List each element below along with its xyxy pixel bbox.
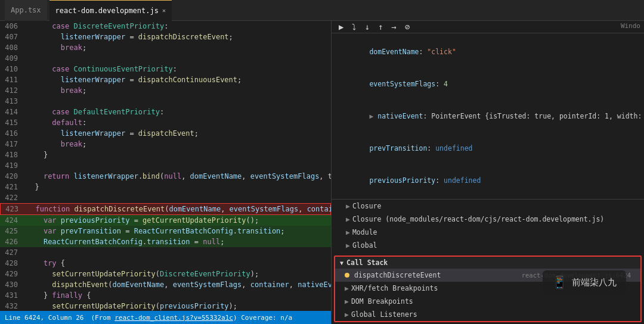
code-line-429: 429 setCurrentUpdatePriority(DiscreteEve… [0, 269, 331, 279]
var-item-nativeEvent: ▶ nativeEvent: PointerEvent {isTrusted: … [336, 100, 639, 132]
line-col-info: Line 6424, Column 26 [5, 314, 83, 322]
line-code [24, 96, 331, 107]
line-num: 412 [0, 85, 24, 96]
line-code: } [24, 182, 331, 192]
step-into-btn[interactable]: ↓ [362, 21, 371, 33]
from-link[interactable]: react-dom_client.js?v=55332a1c [114, 314, 233, 322]
line-code: } finally { [24, 290, 331, 301]
code-line-410: 410 case ContinuousEventPriority: [0, 64, 331, 74]
line-code [24, 192, 331, 203]
active-dot-icon [345, 273, 349, 278]
code-line-428: 428 try { [0, 258, 331, 269]
code-line-409: 409 [0, 53, 331, 64]
line-num: 414 [0, 107, 24, 117]
line-code: listenerWrapper = dispatchDiscreteEvent; [24, 32, 331, 42]
deactivate-btn[interactable]: ⊘ [402, 21, 412, 33]
line-code: case ContinuousEventPriority: [24, 64, 331, 74]
code-line-412: 412 break; [0, 85, 331, 96]
code-line-408: 408 break; [0, 42, 331, 53]
line-num: 418 [0, 149, 24, 160]
code-line-418: 418 } [0, 149, 331, 160]
code-line-424: 424 var previousPriority = getCurrentUpd… [0, 215, 331, 226]
line-num: 410 [0, 64, 24, 74]
coverage-info: Coverage: n/a [241, 314, 292, 322]
line-num: 422 [0, 192, 24, 203]
closure-item-1[interactable]: ▶ Closure [336, 200, 639, 213]
debug-panel: ▶ ⤵ ↓ ↑ → ⊘ Windo domEventName: "click" … [332, 21, 644, 324]
line-num: 426 [0, 236, 24, 247]
dom-breakpoints-item[interactable]: ▶ DOM Breakpoints [335, 295, 640, 308]
line-num: 411 [0, 74, 24, 85]
step-out-btn[interactable]: ↑ [376, 21, 385, 33]
line-code: setCurrentUpdatePriority(previousPriorit… [24, 301, 331, 311]
var-item-prevTransition: prevTransition: undefined [336, 132, 639, 164]
code-line-421: 421 } [0, 182, 331, 192]
line-num: 408 [0, 42, 24, 53]
tab-app-tsx[interactable]: App.tsx [5, 0, 47, 21]
watermark-text: 前端柒八九 [572, 277, 617, 288]
code-panel: 406 case DiscreteEventPriority: 407 list… [0, 21, 332, 324]
line-num: 406 [0, 21, 24, 32]
code-line-426: 426 ReactCurrentBatchConfig.transition =… [0, 236, 331, 247]
line-num: 423 [1, 204, 24, 214]
line-code: case DefaultEventPriority: [24, 107, 331, 117]
line-code: } [24, 149, 331, 160]
line-code [24, 53, 331, 64]
line-code: setCurrentUpdatePriority(DiscreteEventPr… [24, 269, 331, 279]
from-info: (From react-dom_client.js?v=55332a1c) Co… [91, 314, 292, 322]
main-layout: 406 case DiscreteEventPriority: 407 list… [0, 21, 644, 324]
tab-label: App.tsx [11, 6, 41, 14]
variables-section: domEventName: "click" eventSystemFlags: … [332, 33, 644, 200]
step-over-btn[interactable]: ⤵ [349, 21, 358, 33]
line-num: 407 [0, 32, 24, 42]
code-line-411: 411 listenerWrapper = dispatchContinuous… [0, 74, 331, 85]
window-label: Windo [617, 21, 644, 31]
code-line-419: 419 [0, 160, 331, 171]
code-line-425: 425 var prevTransition = ReactCurrentBat… [0, 226, 331, 236]
global-listeners-item[interactable]: ▶ Global Listeners [335, 308, 640, 321]
line-code: var previousPriority = getCurrentUpdateP… [24, 215, 331, 226]
debug-toolbar: ▶ ⤵ ↓ ↑ → ⊘ Windo [332, 21, 644, 33]
callstack-arrow-icon: ▼ [340, 260, 343, 266]
wechat-icon: 📱 [552, 275, 567, 289]
module-item[interactable]: ▶ Module [336, 226, 639, 239]
line-code: listenerWrapper = dispatchEvent; [24, 128, 331, 139]
var-item-domEventName: domEventName: "click" [336, 36, 639, 68]
line-code: break; [24, 42, 331, 53]
line-num: 430 [0, 279, 24, 290]
var-item-eventSystemFlags: eventSystemFlags: 4 [336, 68, 639, 100]
continue-btn[interactable]: ▶ [336, 21, 346, 33]
line-code: ReactCurrentBatchConfig.transition = nul… [24, 236, 331, 247]
line-code: listenerWrapper = dispatchContinuousEven… [24, 74, 331, 85]
line-num: 413 [0, 96, 24, 107]
line-num: 420 [0, 171, 24, 182]
code-content: 406 case DiscreteEventPriority: 407 list… [0, 21, 331, 324]
line-num: 409 [0, 53, 24, 64]
close-tab-icon[interactable]: ✕ [162, 7, 166, 14]
step-btn[interactable]: → [389, 21, 398, 33]
line-code: dispatchEvent(domEventName, eventSystemF… [24, 279, 332, 290]
code-line-407: 407 listenerWrapper = dispatchDiscreteEv… [0, 32, 331, 42]
global-item[interactable]: ▶ Global [336, 239, 639, 252]
code-line-414: 414 case DefaultEventPriority: [0, 107, 331, 117]
code-line-432: 432 setCurrentUpdatePriority(previousPri… [0, 301, 331, 311]
var-item-previousPriority: previousPriority: undefined [336, 164, 639, 197]
line-code: var prevTransition = ReactCurrentBatchCo… [24, 226, 331, 236]
line-num: 431 [0, 290, 24, 301]
closure-item-2[interactable]: ▶ Closure (node_modules/react-dom/cjs/re… [336, 213, 639, 226]
code-line-413: 413 [0, 96, 331, 107]
call-stack-header[interactable]: ▼ Call Stack [335, 257, 640, 269]
tab-react-dom[interactable]: react-dom.development.js ✕ [49, 0, 172, 21]
code-line-431: 431 } finally { [0, 290, 331, 301]
code-line-427: 427 [0, 247, 331, 258]
code-line-415: 415 default: [0, 117, 331, 128]
line-num: 428 [0, 258, 24, 269]
closure-section: ▶ Closure ▶ Closure (node_modules/react-… [332, 200, 644, 253]
line-num: 419 [0, 160, 24, 171]
code-line-430: 430 dispatchEvent(domEventName, eventSys… [0, 279, 331, 290]
code-line-406: 406 case DiscreteEventPriority: [0, 21, 331, 32]
line-code: default: [24, 117, 331, 128]
line-code [24, 247, 331, 258]
line-num: 417 [0, 139, 24, 149]
line-code: try { [24, 258, 331, 269]
